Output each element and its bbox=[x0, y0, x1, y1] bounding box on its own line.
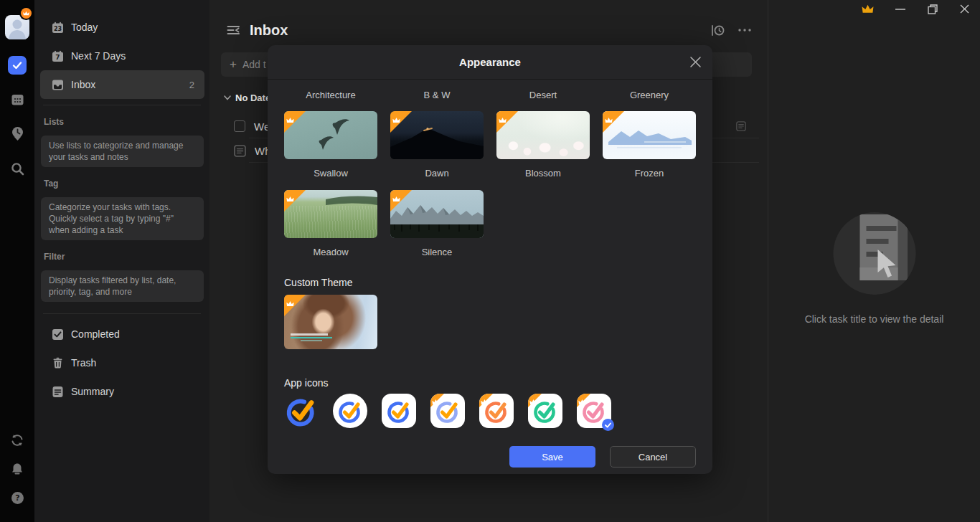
premium-crown-icon[interactable] bbox=[862, 3, 874, 15]
chevron-down-icon bbox=[224, 95, 231, 100]
theme-card-meadow: Meadow bbox=[284, 190, 377, 257]
count-badge: 2 bbox=[189, 80, 194, 90]
empty-state-illustration bbox=[833, 212, 915, 295]
app-icon-classic[interactable] bbox=[284, 394, 319, 428]
page-title: Inbox bbox=[250, 22, 288, 39]
theme-thumbnail-dawn[interactable] bbox=[390, 111, 484, 159]
app-icon-sunset[interactable] bbox=[479, 394, 514, 428]
sidebar-item-completed[interactable]: Completed bbox=[40, 320, 204, 348]
task-checkbox[interactable] bbox=[234, 120, 245, 132]
theme-thumbnail-blossom[interactable] bbox=[496, 111, 590, 159]
theme-thumbnail-swallow[interactable] bbox=[284, 111, 377, 159]
selected-check-badge bbox=[602, 419, 614, 431]
photo-watermark bbox=[291, 333, 332, 341]
nav-tasks-icon[interactable] bbox=[8, 56, 27, 75]
sidebar-item-next-7-days[interactable]: 7 Next 7 Days bbox=[40, 42, 204, 70]
help-icon[interactable]: ? bbox=[10, 490, 24, 505]
section-label-tag[interactable]: Tag bbox=[44, 179, 209, 189]
theme-thumbnail-frozen[interactable] bbox=[603, 111, 696, 159]
completed-icon bbox=[52, 328, 64, 341]
add-task-placeholder: Add t bbox=[242, 59, 266, 70]
close-window-button[interactable] bbox=[958, 3, 971, 15]
divider bbox=[43, 313, 201, 314]
note-icon bbox=[736, 121, 746, 131]
theme-thumbnail-silence[interactable] bbox=[390, 190, 484, 238]
note-icon bbox=[234, 145, 246, 157]
theme-label: Architecture bbox=[284, 90, 377, 100]
section-hint-tag: Categorize your tasks with tags. Quickly… bbox=[41, 197, 204, 240]
svg-text:23: 23 bbox=[54, 25, 62, 32]
app-icon-pink[interactable] bbox=[577, 394, 611, 428]
theme-label: Blossom bbox=[496, 169, 590, 179]
sidebar-item-trash[interactable]: Trash bbox=[40, 348, 204, 377]
theme-label: Dawn bbox=[390, 169, 484, 179]
calendar-7-icon: 7 bbox=[52, 50, 64, 62]
crown-icon bbox=[286, 113, 294, 126]
nav-calendar-icon[interactable] bbox=[10, 92, 24, 106]
sync-icon[interactable] bbox=[10, 433, 24, 447]
sidebar-item-summary[interactable]: Summary bbox=[40, 377, 204, 406]
theme-card-silence: Silence bbox=[390, 190, 484, 257]
section-hint-filter: Display tasks filtered by list, date, pr… bbox=[41, 270, 204, 302]
svg-text:?: ? bbox=[15, 493, 19, 503]
collapse-sidebar-icon[interactable] bbox=[226, 23, 240, 37]
cancel-button[interactable]: Cancel bbox=[610, 446, 696, 468]
theme-label: Greenery bbox=[603, 90, 696, 100]
more-options-icon[interactable] bbox=[738, 23, 752, 37]
crown-icon bbox=[286, 192, 294, 205]
sidebar-item-label: Today bbox=[71, 22, 98, 33]
app-icon-green[interactable] bbox=[528, 394, 562, 428]
minimize-button[interactable] bbox=[894, 3, 906, 15]
sidebar-item-inbox[interactable]: Inbox2 bbox=[40, 70, 204, 99]
calendar-today-icon: 23 bbox=[52, 22, 64, 34]
summary-icon bbox=[52, 386, 64, 398]
nav-pomo-icon[interactable] bbox=[10, 126, 24, 141]
theme-thumbnail-meadow[interactable] bbox=[284, 190, 377, 238]
sidebar-item-label: Next 7 Days bbox=[71, 50, 126, 62]
sidebar-item-label: Trash bbox=[71, 357, 96, 369]
notifications-bell-icon[interactable] bbox=[10, 462, 24, 476]
svg-text:7: 7 bbox=[55, 54, 60, 61]
theme-card-dawn: Dawn bbox=[390, 111, 484, 179]
save-button[interactable]: Save bbox=[509, 446, 595, 468]
sidebar-item-label: Inbox bbox=[71, 79, 95, 90]
crown-icon bbox=[605, 113, 613, 126]
restore-window-button[interactable] bbox=[926, 3, 938, 15]
divider bbox=[43, 105, 201, 105]
theme-card-frozen: Frozen bbox=[603, 111, 696, 179]
cursor-arrow-icon bbox=[875, 250, 903, 281]
sidebar-item-today[interactable]: 23 Today bbox=[40, 13, 204, 42]
custom-theme-thumbnail[interactable] bbox=[284, 295, 377, 349]
theme-label: Silence bbox=[390, 247, 484, 257]
theme-card-swallow: Swallow bbox=[284, 111, 377, 179]
theme-label: B & W bbox=[390, 90, 484, 100]
app-icon-periwinkle[interactable] bbox=[430, 394, 465, 428]
app-icon-white-circle[interactable] bbox=[333, 394, 367, 428]
nav-search-icon[interactable] bbox=[10, 161, 24, 176]
pomo-timer-icon[interactable] bbox=[710, 23, 725, 37]
section-label-filter[interactable]: Filter bbox=[44, 252, 209, 262]
dialog-title: Appearance bbox=[459, 56, 521, 68]
sidebar-item-label: Summary bbox=[71, 386, 114, 397]
sidebar-item-label: Completed bbox=[71, 328, 120, 340]
theme-label: Desert bbox=[496, 90, 590, 100]
app-icon-white-square[interactable] bbox=[382, 394, 416, 428]
plus-icon: + bbox=[230, 57, 237, 72]
appearance-dialog: Appearance ArchitectureB & WDesertGreene… bbox=[268, 45, 712, 474]
theme-card-blossom: Blossom bbox=[496, 111, 590, 179]
app-icons-label: App icons bbox=[284, 377, 696, 389]
premium-crown-badge bbox=[21, 8, 32, 19]
inbox-icon bbox=[52, 79, 64, 91]
crown-icon bbox=[286, 297, 294, 310]
close-dialog-icon[interactable] bbox=[689, 56, 702, 68]
section-label-lists[interactable]: Lists bbox=[44, 117, 209, 127]
custom-theme-label: Custom Theme bbox=[284, 277, 696, 288]
trash-icon bbox=[52, 357, 64, 369]
theme-label: Meadow bbox=[284, 247, 377, 257]
left-rail: ? bbox=[0, 0, 34, 522]
sidebar: 23 Today7 Next 7 Days Inbox2 ListsUse li… bbox=[34, 0, 209, 522]
crown-icon bbox=[499, 113, 507, 126]
group-header-no-date[interactable]: No Date bbox=[224, 92, 270, 103]
user-avatar[interactable] bbox=[5, 15, 29, 39]
app-window: ? 23 Today7 Next 7 Days Inbox2 ListsUse … bbox=[0, 0, 980, 522]
